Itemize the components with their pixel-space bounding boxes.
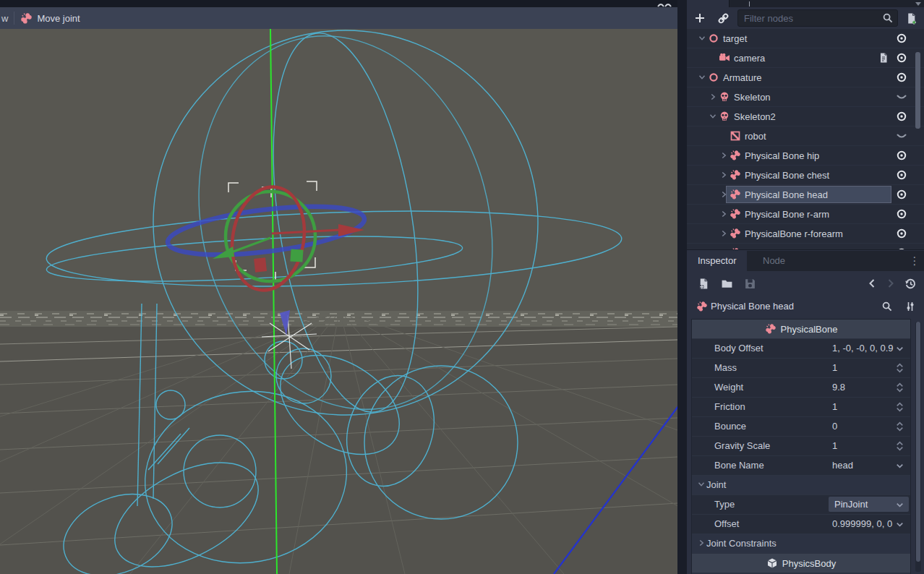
search-icon [882, 12, 894, 24]
tree-row-physicalbone-r-forearm[interactable]: PhysicalBone r-forearm [687, 224, 924, 244]
script-icon[interactable] [878, 52, 889, 64]
tree-row-physicalbone-l-arm[interactable]: PhysicalBone l-arm [687, 244, 924, 249]
viewport-3d-scene [0, 29, 677, 574]
chevron-right-icon[interactable] [719, 150, 730, 161]
tree-row-robot[interactable]: robot [687, 127, 924, 146]
tree-row-camera[interactable]: camera [687, 48, 924, 68]
clipped-menu-text[interactable]: w [0, 13, 8, 24]
attach-script-button[interactable] [902, 9, 920, 27]
property-value[interactable]: 0.999999, 0, 0 [832, 518, 892, 529]
clipped-chevron-icon [915, 2, 921, 6]
chevron-down-icon[interactable] [708, 111, 719, 122]
text-caret [749, 1, 750, 7]
spinner-icon[interactable] [894, 421, 906, 432]
inspector-tools-button[interactable] [902, 298, 919, 315]
new-resource-button[interactable] [695, 275, 712, 292]
bone-icon [730, 150, 742, 161]
visibility-toggle[interactable] [896, 169, 907, 181]
property-label: Body Offset [714, 343, 763, 354]
chevron-down-icon[interactable] [697, 33, 708, 44]
group-joint[interactable]: Joint [692, 476, 910, 495]
gizmo-plane-handle-green[interactable] [290, 249, 303, 262]
visibility-toggle[interactable] [896, 52, 907, 64]
visibility-toggle[interactable] [896, 130, 907, 142]
tree-row-target[interactable]: target [687, 29, 924, 48]
chevron-right-icon[interactable] [696, 538, 706, 549]
inspector-scrollbar[interactable] [915, 322, 921, 572]
tab-inspector[interactable]: Inspector [687, 251, 747, 271]
tree-row-physical-bone-r-arm[interactable]: Physical Bone r-arm [687, 205, 924, 224]
load-resource-button[interactable] [718, 275, 735, 292]
visibility-toggle[interactable] [896, 111, 907, 122]
property-type: TypePinJoint [692, 495, 910, 515]
category-physicsbody[interactable]: PhysicsBody [692, 554, 910, 573]
property-value: PinJoint [834, 499, 868, 510]
tree-row-skeleton2[interactable]: Skeleton2 [687, 107, 924, 127]
chevron-down-icon[interactable] [697, 72, 708, 83]
gizmo-plane-handle-red[interactable] [254, 257, 267, 273]
chevron-spacer [708, 52, 719, 64]
visibility-toggle[interactable] [896, 72, 907, 83]
filter-nodes-input[interactable] [738, 13, 882, 24]
visibility-toggle[interactable] [896, 33, 907, 44]
scene-dock-top-strip [687, 0, 924, 7]
chevron-down-icon[interactable] [696, 479, 706, 491]
chevron-right-icon[interactable] [719, 169, 730, 181]
tree-node-label: Physical Bone hip [745, 150, 819, 161]
tree-row-physical-bone-hip[interactable]: Physical Bone hip [687, 146, 924, 166]
scrollbar-thumb[interactable] [916, 322, 920, 562]
chevron-right-icon[interactable] [719, 189, 730, 200]
chevron-right-icon[interactable] [708, 91, 719, 103]
spinner-icon[interactable] [894, 440, 906, 452]
category-label: PhysicsBody [782, 558, 836, 569]
tree-row-skeleton[interactable]: Skeleton [687, 87, 924, 107]
instance-scene-button[interactable] [714, 9, 732, 27]
chevron-down-icon[interactable] [894, 460, 906, 471]
dock-menu-icon[interactable]: ⋮ [908, 254, 921, 268]
visibility-toggle[interactable] [896, 247, 907, 249]
visibility-toggle[interactable] [896, 189, 907, 200]
chevron-right-icon[interactable] [719, 208, 730, 220]
property-value[interactable]: 1 [832, 401, 837, 412]
tree-row-physical-bone-chest[interactable]: Physical Bone chest [687, 166, 924, 185]
scene-tree-scrollbar[interactable] [915, 52, 920, 129]
spinner-icon[interactable] [894, 382, 906, 393]
tab-node[interactable]: Node [752, 251, 796, 271]
spinner-icon[interactable] [894, 401, 906, 413]
property-value[interactable]: 0 [832, 421, 837, 432]
godot-editor-window: w Move joint [0, 0, 924, 574]
history-back-button[interactable] [864, 275, 881, 292]
tree-node-label: Physical Bone head [745, 189, 828, 200]
filter-nodes-field[interactable] [737, 9, 898, 27]
group-joint-constraints[interactable]: Joint Constraints [692, 534, 910, 554]
category-physicalbone[interactable]: PhysicalBone [692, 320, 910, 339]
property-friction: Friction1 [692, 398, 910, 417]
object-history-button[interactable] [902, 275, 919, 292]
visibility-toggle[interactable] [896, 91, 907, 103]
tree-row-armature[interactable]: Armature [687, 68, 924, 87]
property-value[interactable]: 1 [832, 440, 837, 451]
chevron-right-icon[interactable] [719, 228, 730, 239]
option-button-type[interactable]: PinJoint [829, 497, 909, 512]
camera-icon [719, 52, 731, 64]
visibility-toggle[interactable] [896, 150, 907, 161]
chevron-down-icon[interactable] [894, 343, 906, 354]
skull-icon [719, 111, 731, 122]
property-value[interactable]: 1, -0, -0, 0, 0.9 [832, 343, 894, 354]
property-label: Mass [714, 362, 737, 373]
visibility-toggle[interactable] [896, 228, 907, 239]
filter-properties-button[interactable] [878, 298, 896, 315]
tree-row-physical-bone-head[interactable]: Physical Bone head [687, 185, 924, 205]
viewport-3d[interactable] [0, 29, 677, 574]
history-forward-button[interactable] [881, 275, 899, 292]
chevron-right-icon[interactable] [719, 247, 730, 249]
spinner-icon[interactable] [894, 362, 906, 374]
save-resource-button[interactable] [741, 275, 758, 292]
chevron-down-icon[interactable] [894, 518, 906, 530]
add-node-button[interactable] [691, 9, 709, 27]
property-value[interactable]: 9.8 [832, 382, 845, 393]
property-value[interactable]: head [832, 460, 853, 471]
property-value[interactable]: 1 [832, 362, 837, 373]
visibility-toggle[interactable] [896, 208, 907, 220]
status-mode-label: Move joint [37, 13, 80, 24]
